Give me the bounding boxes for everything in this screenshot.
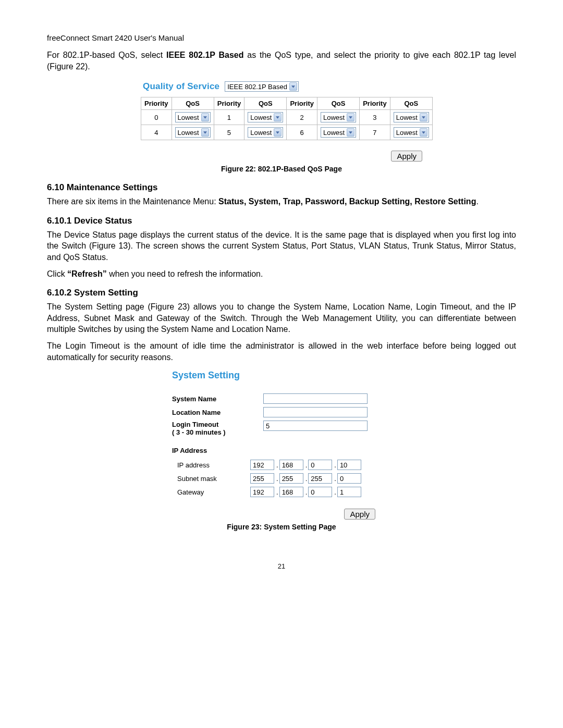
chevron-down-icon bbox=[201, 128, 209, 137]
qos-select[interactable]: Lowest bbox=[175, 112, 211, 122]
qos-priority-cell: 0 bbox=[141, 110, 172, 125]
qos-priority-cell: 6 bbox=[287, 125, 317, 140]
dot: . bbox=[274, 475, 279, 483]
location-name-input[interactable] bbox=[263, 407, 368, 417]
text-6-10-pre: There are six items in the Maintenance M… bbox=[47, 197, 218, 206]
subnet-mask-group: . . . bbox=[250, 473, 361, 484]
qos-apply-button[interactable]: Apply bbox=[391, 151, 422, 162]
qos-select-cell: Lowest bbox=[390, 110, 432, 125]
qos-select-value: Lowest bbox=[323, 114, 347, 121]
chevron-down-icon bbox=[347, 113, 354, 121]
qos-select[interactable]: Lowest bbox=[394, 127, 429, 138]
dot: . bbox=[274, 488, 279, 496]
system-setting-figure: System Setting System Name Location Name… bbox=[172, 370, 391, 520]
heading-6-10-2: 6.10.2 System Setting bbox=[47, 288, 516, 298]
qos-select-value: Lowest bbox=[178, 129, 201, 137]
qos-select-value: Lowest bbox=[250, 114, 274, 121]
text-6-10: There are six items in the Maintenance M… bbox=[47, 196, 516, 207]
gateway-group: . . . bbox=[250, 487, 361, 497]
qos-priority-cell: 1 bbox=[214, 110, 244, 125]
system-apply-row: Apply bbox=[172, 509, 391, 520]
ip-octet-input[interactable] bbox=[337, 460, 361, 470]
qos-select-cell: Lowest bbox=[172, 125, 214, 140]
system-name-input[interactable] bbox=[263, 393, 368, 404]
login-timeout-row: Login Timeout ( 3 - 30 minutes ) bbox=[172, 421, 391, 436]
qos-th-qos: QoS bbox=[317, 97, 359, 110]
qos-th-qos: QoS bbox=[244, 97, 287, 110]
system-apply-button[interactable]: Apply bbox=[344, 509, 375, 520]
chevron-down-icon bbox=[420, 113, 427, 121]
text-6-10-1-p2-post: when you need to refresh the information… bbox=[109, 269, 263, 278]
dot: . bbox=[303, 475, 309, 483]
figure23-caption: Figure 23: System Setting Page bbox=[47, 523, 516, 531]
mask-octet-input[interactable] bbox=[337, 473, 361, 484]
qos-select[interactable]: Lowest bbox=[321, 127, 356, 138]
qos-select-cell: Lowest bbox=[317, 125, 359, 140]
dot: . bbox=[303, 461, 309, 469]
heading-6-10-1: 6.10.1 Device Status bbox=[47, 216, 516, 226]
text-6-10-bold: Status, System, Trap, Password, Backup S… bbox=[218, 197, 476, 206]
qos-select[interactable]: Lowest bbox=[248, 127, 283, 138]
intro-paragraph: For 802.1P-based QoS, select IEEE 802.1P… bbox=[47, 50, 516, 72]
qos-select-cell: Lowest bbox=[172, 110, 214, 125]
system-name-label: System Name bbox=[172, 395, 263, 403]
qos-select[interactable]: Lowest bbox=[175, 127, 211, 138]
text-6-10-post: . bbox=[476, 197, 478, 206]
qos-select-cell: Lowest bbox=[317, 110, 359, 125]
ip-octet-input[interactable] bbox=[250, 460, 274, 470]
login-timeout-label-l1: Login Timeout bbox=[172, 421, 218, 428]
gateway-label: Gateway bbox=[172, 488, 250, 496]
system-setting-title: System Setting bbox=[172, 370, 391, 381]
gw-octet-input[interactable] bbox=[308, 487, 332, 497]
qos-priority-cell: 5 bbox=[214, 125, 244, 140]
qos-type-select-value: IEEE 802.1P Based bbox=[227, 83, 289, 91]
qos-select-value: Lowest bbox=[323, 129, 347, 137]
mask-octet-input[interactable] bbox=[279, 473, 303, 484]
qos-title: Quality of Service bbox=[143, 81, 219, 92]
qos-priority-cell: 2 bbox=[287, 110, 317, 125]
dot: . bbox=[332, 475, 337, 483]
ip-address-group: . . . bbox=[250, 460, 361, 470]
gateway-row: Gateway . . . bbox=[172, 487, 391, 497]
qos-table: Priority QoS Priority QoS Priority QoS P… bbox=[141, 97, 433, 140]
qos-select-value: Lowest bbox=[396, 129, 420, 137]
ip-address-label: IP address bbox=[172, 461, 250, 469]
figure22-caption: Figure 22: 802.1P-Based QoS Page bbox=[47, 165, 516, 173]
chevron-down-icon bbox=[274, 128, 282, 137]
chevron-down-icon bbox=[274, 113, 282, 121]
document-header: freeConnect Smart 2420 User's Manual bbox=[47, 33, 516, 42]
gw-octet-input[interactable] bbox=[250, 487, 274, 497]
text-6-10-1-p2-bold: “Refresh” bbox=[67, 269, 107, 278]
gw-octet-input[interactable] bbox=[337, 487, 361, 497]
qos-select[interactable]: Lowest bbox=[321, 112, 356, 122]
chevron-down-icon bbox=[347, 128, 354, 137]
qos-select[interactable]: Lowest bbox=[394, 112, 429, 122]
intro-bold: IEEE 802.1P Based bbox=[166, 51, 243, 59]
chevron-down-icon bbox=[201, 113, 209, 121]
dot: . bbox=[274, 461, 279, 469]
qos-type-select[interactable]: IEEE 802.1P Based bbox=[225, 81, 299, 92]
dot: . bbox=[332, 461, 337, 469]
qos-select-value: Lowest bbox=[178, 114, 201, 121]
ip-octet-input[interactable] bbox=[279, 460, 303, 470]
chevron-down-icon bbox=[420, 128, 427, 137]
qos-select-value: Lowest bbox=[396, 114, 420, 121]
qos-th-priority: Priority bbox=[214, 97, 244, 110]
qos-select[interactable]: Lowest bbox=[248, 112, 283, 122]
qos-th-priority: Priority bbox=[141, 97, 172, 110]
qos-select-cell: Lowest bbox=[390, 125, 432, 140]
qos-select-value: Lowest bbox=[250, 129, 274, 137]
mask-octet-input[interactable] bbox=[308, 473, 332, 484]
ip-address-heading: IP Address bbox=[172, 447, 391, 454]
qos-th-qos: QoS bbox=[172, 97, 214, 110]
text-6-10-1-p1: The Device Status page displays the curr… bbox=[47, 229, 516, 263]
qos-select-cell: Lowest bbox=[244, 125, 287, 140]
login-timeout-input[interactable] bbox=[263, 421, 368, 431]
qos-title-row: Quality of Service IEEE 802.1P Based bbox=[141, 81, 422, 92]
mask-octet-input[interactable] bbox=[250, 473, 274, 484]
system-name-row: System Name bbox=[172, 393, 391, 404]
ip-octet-input[interactable] bbox=[308, 460, 332, 470]
qos-select-cell: Lowest bbox=[244, 110, 287, 125]
gw-octet-input[interactable] bbox=[279, 487, 303, 497]
page-number: 21 bbox=[47, 562, 516, 570]
